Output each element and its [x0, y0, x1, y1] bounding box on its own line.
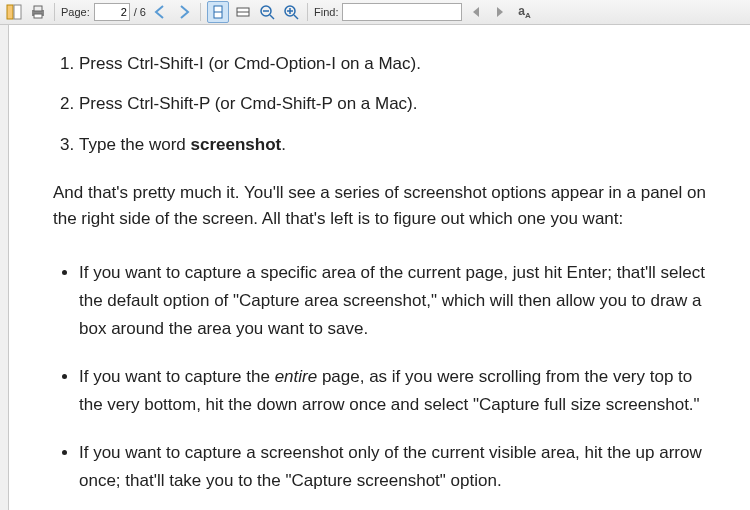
svg-rect-1 — [14, 5, 21, 19]
print-icon[interactable] — [28, 2, 48, 22]
page-gutter — [0, 25, 9, 510]
list-item: If you want to capture a specific area o… — [79, 259, 714, 343]
step-text-after: . — [281, 135, 286, 154]
document-viewer: Press Ctrl-Shift-I (or Cmd-Option-I on a… — [0, 25, 750, 510]
step-text: Press Ctrl-Shift-P (or Cmd-Shift-P on a … — [79, 94, 418, 113]
svg-rect-0 — [7, 5, 13, 19]
step-text: Press Ctrl-Shift-I (or Cmd-Option-I on a… — [79, 54, 421, 73]
fit-width-icon[interactable] — [233, 2, 253, 22]
svg-rect-4 — [34, 14, 42, 18]
sidebar-toggle-icon[interactable] — [4, 2, 24, 22]
page-label: Page: — [61, 6, 90, 18]
find-label: Find: — [314, 6, 338, 18]
prev-page-icon[interactable] — [150, 2, 170, 22]
list-item: If you want to capture the entire page, … — [79, 363, 714, 419]
list-item: Press Ctrl-Shift-P (or Cmd-Shift-P on a … — [79, 91, 714, 117]
find-input[interactable] — [342, 3, 462, 21]
separator — [307, 3, 308, 21]
bullet-text: If you want to capture the — [79, 367, 275, 386]
pdf-toolbar: Page: / 6 Find: aA — [0, 0, 750, 25]
svg-line-11 — [270, 15, 274, 19]
zoom-out-icon[interactable] — [257, 2, 277, 22]
document-page: Press Ctrl-Shift-I (or Cmd-Option-I on a… — [9, 25, 750, 510]
page-total: / 6 — [134, 6, 146, 18]
find-prev-icon[interactable] — [466, 2, 486, 22]
steps-list: Press Ctrl-Shift-I (or Cmd-Option-I on a… — [53, 51, 714, 158]
step-bold: screenshot — [191, 135, 282, 154]
bullet-text: If you want to capture a screenshot only… — [79, 443, 702, 490]
find-highlight-icon[interactable]: aA — [514, 2, 534, 22]
svg-rect-3 — [34, 6, 42, 11]
step-text: Type the word — [79, 135, 191, 154]
zoom-in-icon[interactable] — [281, 2, 301, 22]
page-number-input[interactable] — [94, 3, 130, 21]
list-item: Press Ctrl-Shift-I (or Cmd-Option-I on a… — [79, 51, 714, 77]
list-item: If you want to capture a screenshot only… — [79, 439, 714, 495]
svg-line-15 — [294, 15, 298, 19]
separator — [54, 3, 55, 21]
next-page-icon[interactable] — [174, 2, 194, 22]
bullet-text: If you want to capture a specific area o… — [79, 263, 705, 338]
separator — [200, 3, 201, 21]
find-next-icon[interactable] — [490, 2, 510, 22]
list-item: Type the word screenshot. — [79, 132, 714, 158]
paragraph: And that's pretty much it. You'll see a … — [53, 180, 714, 233]
fit-page-icon[interactable] — [207, 1, 229, 23]
bullets-list: If you want to capture a specific area o… — [53, 259, 714, 495]
bullet-em: entire — [275, 367, 318, 386]
